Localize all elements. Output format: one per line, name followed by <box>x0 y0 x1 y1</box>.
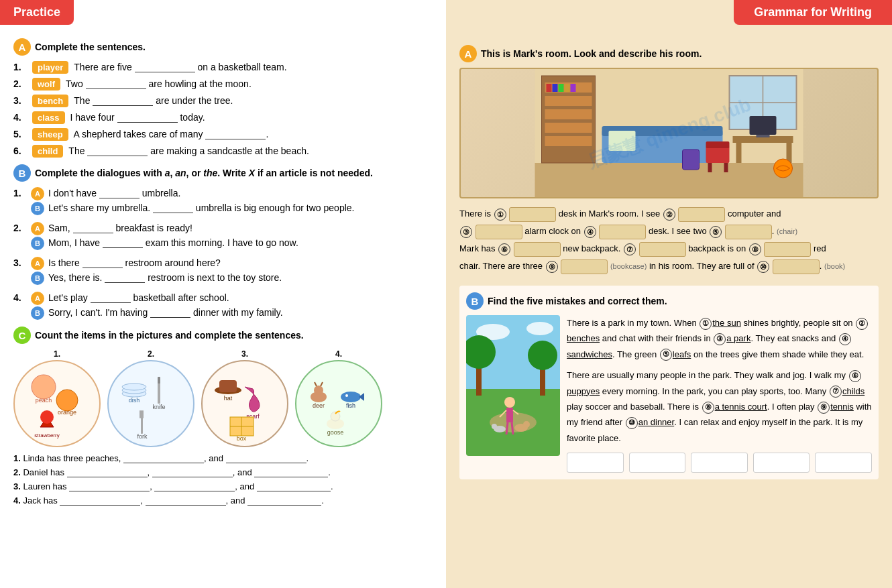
circle-7: ⑦ <box>624 243 636 255</box>
section-a-right-header: A This is Mark's room. Look and describe… <box>459 45 879 62</box>
underline-3: a park <box>726 333 750 343</box>
underline-2: benches <box>567 333 600 343</box>
fill-box-8[interactable] <box>764 242 811 257</box>
section-b-label: B <box>13 164 31 182</box>
circle-8: ⑧ <box>749 243 761 255</box>
svg-rect-63 <box>706 146 730 163</box>
svg-rect-64 <box>706 141 730 148</box>
item-num: 4. <box>13 112 27 123</box>
item-num: 1. <box>13 62 27 72</box>
svg-rect-79 <box>506 408 513 422</box>
svg-rect-15 <box>140 410 141 418</box>
circle-1: ① <box>494 209 506 221</box>
answer-word: sheep <box>32 128 68 141</box>
room-image: 启蒙慧 qimeng.club <box>459 68 879 198</box>
item-num: 5. <box>13 129 27 139</box>
list-item: 4. class I have four today. <box>13 111 433 124</box>
err-3: ③ <box>714 333 726 345</box>
blank-field[interactable] <box>153 202 193 213</box>
answer-box-1[interactable] <box>567 453 624 473</box>
answer-box-2[interactable] <box>629 453 686 473</box>
svg-rect-20 <box>219 380 237 392</box>
blank-field[interactable] <box>103 237 143 248</box>
answer-box-5[interactable] <box>815 453 872 473</box>
blank-field[interactable] <box>86 78 146 89</box>
dialog-a-text: Let's play basketball after school. <box>48 292 229 303</box>
svg-rect-12 <box>158 377 160 384</box>
fill-box-9[interactable] <box>561 259 608 274</box>
sentence-text: The are making a sandcastle at the beach… <box>68 145 309 156</box>
blank-field[interactable] <box>99 188 140 198</box>
answer-word: wolf <box>32 78 60 91</box>
sentence-1: 1. Linda has three peaches, , and . <box>13 453 433 463</box>
blank-field[interactable] <box>226 453 306 463</box>
answer-box-3[interactable] <box>691 453 748 473</box>
svg-text:orange: orange <box>58 409 76 416</box>
fill-box-4[interactable] <box>599 225 646 239</box>
blank-field[interactable] <box>69 481 150 491</box>
blank-field[interactable] <box>123 453 204 463</box>
fill-box-6[interactable] <box>514 242 561 257</box>
pic-num-4: 4. <box>335 349 342 359</box>
blank-field[interactable] <box>82 257 123 268</box>
practice-tab: Practice <box>0 0 446 32</box>
dialog-num: 2. <box>13 223 27 233</box>
svg-point-0 <box>32 375 56 399</box>
svg-rect-39 <box>535 163 803 198</box>
circle-6: ⑥ <box>498 243 510 255</box>
dialog-2: 2. A Sam, breakfast is ready! B Mom, I h… <box>13 222 433 250</box>
animals-svg: deer fish goose <box>298 363 379 444</box>
blank-field[interactable] <box>254 467 328 477</box>
blank-field[interactable] <box>105 272 145 283</box>
dialog-b-text: Sorry, I can't. I'm having dinner with m… <box>48 307 283 318</box>
svg-rect-17 <box>141 410 142 418</box>
blank-field[interactable] <box>146 495 226 506</box>
blank-field[interactable] <box>205 129 266 139</box>
dialog-a-text: I don't have umbrella. <box>48 188 180 198</box>
sentence-num: 3. <box>13 481 21 491</box>
fill-box-7[interactable] <box>639 242 686 257</box>
fill-box-3[interactable] <box>476 225 522 239</box>
blank-field[interactable] <box>135 62 195 72</box>
blank-field[interactable] <box>257 481 331 491</box>
picture-1: 1. peach orange strawberry <box>13 349 101 447</box>
answer-box-4[interactable] <box>753 453 810 473</box>
svg-point-2 <box>56 390 78 411</box>
answer-word: player <box>32 61 68 74</box>
blank-field[interactable] <box>67 467 148 477</box>
blank-field[interactable] <box>150 307 190 318</box>
pictures-area: 1. peach orange strawberry <box>13 349 433 447</box>
hint-book: (book) <box>824 262 845 270</box>
fill-box-2[interactable] <box>678 207 725 222</box>
left-panel: Practice A Complete the sentences. 1. pl… <box>0 0 446 588</box>
svg-point-71 <box>526 322 553 335</box>
grammar-tab-container: Grammar for Writing <box>446 0 892 32</box>
svg-line-82 <box>506 422 508 434</box>
fill-box-10[interactable] <box>773 259 820 274</box>
park-text-content: There is a park in my town. When ①the su… <box>567 315 872 473</box>
blank-field[interactable] <box>93 95 153 106</box>
dialog-1: 1. A I don't have umbrella. B Let's shar… <box>13 187 433 215</box>
sentence-3: 3. Lauren has , , and . <box>13 481 433 491</box>
circle-2: ② <box>663 209 675 221</box>
blank-field[interactable] <box>152 467 233 477</box>
speaker-a-icon: A <box>31 292 44 305</box>
underline-7: childs <box>842 386 865 396</box>
blank-field[interactable] <box>87 145 148 156</box>
svg-point-32 <box>341 392 361 402</box>
pic-num-2: 2. <box>148 349 154 359</box>
blank-field[interactable] <box>247 495 321 506</box>
blank-field[interactable] <box>117 112 178 123</box>
picture-3: 3. hat scarf box <box>201 349 288 447</box>
blank-field[interactable] <box>91 292 131 303</box>
fill-box-1[interactable] <box>509 207 556 222</box>
underline-5: leafs <box>673 349 691 359</box>
svg-rect-49 <box>545 136 592 146</box>
svg-point-76 <box>528 341 557 370</box>
fill-box-5[interactable] <box>725 225 772 239</box>
room-description: There is ① desk in Mark's room. I see ② … <box>459 205 879 275</box>
blank-field[interactable] <box>60 495 140 506</box>
blank-field[interactable] <box>73 223 113 233</box>
blank-field[interactable] <box>154 481 235 491</box>
svg-rect-59 <box>736 143 742 163</box>
